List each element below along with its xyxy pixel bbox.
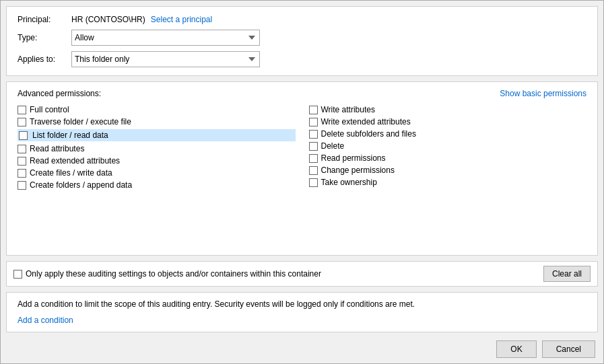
select-principal-link[interactable]: Select a principal [151, 15, 212, 24]
perm-take-ownership-checkbox[interactable] [309, 178, 318, 187]
perm-full-control-checkbox[interactable] [18, 106, 26, 114]
perm-read-extended-checkbox[interactable] [18, 157, 26, 166]
clear-all-button[interactable]: Clear all [543, 266, 591, 282]
perm-delete-checkbox[interactable] [309, 142, 318, 151]
add-condition-link[interactable]: Add a condition [18, 316, 73, 325]
perm-list-folder: List folder / read data [18, 129, 296, 141]
principal-label: Principal: [18, 15, 71, 24]
perm-take-ownership-label: Take ownership [321, 178, 377, 187]
perm-read-extended-label: Read extended attributes [30, 156, 120, 166]
perm-write-attributes-label: Write attributes [321, 105, 375, 114]
perm-write-extended-label: Write extended attributes [321, 117, 411, 126]
principal-value: HR (CONTOSO\HR) [71, 15, 145, 24]
perm-write-extended: Write extended attributes [309, 117, 587, 126]
perm-delete-subfolders-checkbox[interactable] [309, 130, 318, 139]
perm-traverse-folder-label: Traverse folder / execute file [30, 117, 131, 126]
permissions-title: Advanced permissions: [18, 89, 101, 98]
perm-delete-label: Delete [321, 141, 345, 151]
permissions-header: Advanced permissions: Show basic permiss… [18, 89, 586, 98]
show-basic-link[interactable]: Show basic permissions [500, 89, 586, 98]
perm-full-control-label: Full control [30, 105, 69, 114]
only-apply-left: Only apply these auditing settings to ob… [13, 269, 321, 279]
perm-traverse-folder: Traverse folder / execute file [18, 117, 296, 126]
principal-row: Principal: HR (CONTOSO\HR) Select a prin… [18, 15, 586, 24]
perm-create-files-checkbox[interactable] [18, 169, 26, 178]
perm-create-folders: Create folders / append data [18, 180, 296, 190]
perm-delete: Delete [309, 141, 587, 151]
only-apply-text: Only apply these auditing settings to ob… [26, 269, 321, 279]
perm-traverse-folder-checkbox[interactable] [18, 118, 26, 126]
type-row: Type: Allow Deny [18, 30, 586, 46]
left-permissions-col: Full control Traverse folder / execute f… [18, 105, 296, 190]
applies-row: Applies to: This folder only This folder… [18, 51, 586, 67]
perm-delete-subfolders: Delete subfolders and files [309, 129, 587, 139]
perm-take-ownership: Take ownership [309, 178, 587, 187]
condition-section: Add a condition to limit the scope of th… [6, 292, 598, 332]
perm-write-extended-checkbox[interactable] [309, 118, 318, 126]
right-permissions-col: Write attributes Write extended attribut… [309, 105, 587, 190]
perm-write-attributes-checkbox[interactable] [309, 106, 318, 114]
perm-read-attributes-label: Read attributes [30, 144, 84, 153]
perm-read-permissions: Read permissions [309, 153, 587, 163]
perm-full-control: Full control [18, 105, 296, 114]
cancel-button[interactable]: Cancel [542, 340, 595, 358]
condition-text: Add a condition to limit the scope of th… [18, 299, 586, 309]
perm-read-permissions-label: Read permissions [321, 153, 386, 163]
perm-change-permissions-label: Change permissions [321, 166, 395, 175]
perm-read-permissions-checkbox[interactable] [309, 154, 318, 163]
only-apply-section: Only apply these auditing settings to ob… [6, 261, 598, 287]
permissions-section: Advanced permissions: Show basic permiss… [6, 81, 598, 256]
perm-write-attributes: Write attributes [309, 105, 587, 114]
applies-select[interactable]: This folder only This folder, subfolders… [71, 51, 260, 67]
perm-read-attributes: Read attributes [18, 144, 296, 153]
perm-delete-subfolders-label: Delete subfolders and files [321, 129, 416, 139]
type-select[interactable]: Allow Deny [71, 30, 260, 46]
ok-button[interactable]: OK [496, 340, 536, 358]
perm-create-folders-label: Create folders / append data [30, 180, 132, 190]
permission-dialog: Principal: HR (CONTOSO\HR) Select a prin… [0, 0, 604, 364]
perm-read-attributes-checkbox[interactable] [18, 145, 26, 153]
principal-section: Principal: HR (CONTOSO\HR) Select a prin… [6, 6, 598, 76]
permissions-grid: Full control Traverse folder / execute f… [18, 105, 586, 190]
perm-list-folder-checkbox[interactable] [19, 131, 28, 140]
perm-change-permissions: Change permissions [309, 166, 587, 175]
perm-create-files-label: Create files / write data [30, 168, 112, 178]
perm-create-folders-checkbox[interactable] [18, 181, 26, 190]
perm-read-extended: Read extended attributes [18, 156, 296, 166]
perm-change-permissions-checkbox[interactable] [309, 166, 318, 175]
perm-list-folder-label: List folder / read data [31, 130, 110, 141]
perm-create-files: Create files / write data [18, 168, 296, 178]
type-label: Type: [18, 33, 71, 42]
only-apply-checkbox[interactable] [13, 270, 22, 279]
applies-label: Applies to: [18, 54, 71, 64]
dialog-footer: OK Cancel [1, 335, 603, 363]
